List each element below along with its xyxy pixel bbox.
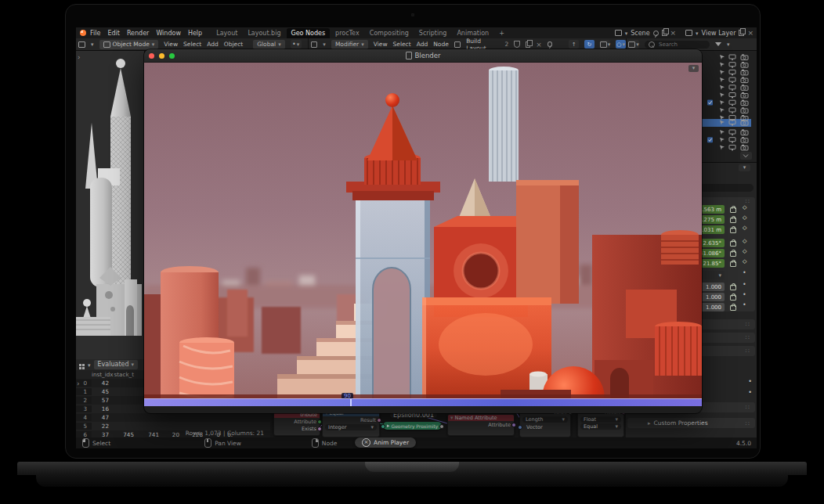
keyframe-icon[interactable] [743, 258, 746, 265]
column-stack-t[interactable]: stack_t [114, 371, 139, 378]
keyframe-icon[interactable] [743, 248, 746, 254]
keyframe-icon[interactable] [743, 204, 746, 211]
filter-funnel-icon[interactable] [715, 42, 721, 46]
auto-offset-button[interactable]: ↻ [584, 40, 595, 49]
animate-dot-icon[interactable] [743, 301, 746, 308]
socket-geometry[interactable] [381, 424, 385, 429]
pin-icon[interactable] [653, 31, 659, 36]
blender-logo-icon[interactable] [80, 30, 86, 36]
snap-target-button[interactable] [291, 40, 302, 49]
chevron-down-icon[interactable] [450, 415, 454, 421]
tab-scripting[interactable]: Scripting [414, 28, 452, 38]
dataset-icon[interactable] [79, 364, 81, 366]
copy-icon[interactable] [526, 41, 531, 48]
panel-drag-handle[interactable] [745, 419, 750, 427]
fake-user-icon[interactable] [514, 41, 519, 48]
attribute-node[interactable]: tribute Attribute Exists [273, 411, 320, 436]
column-inst-idx[interactable]: inst_idx [92, 371, 114, 378]
tab-geo-nodes[interactable]: Geo Nodes [287, 28, 331, 38]
orientation-dropdown[interactable]: Global [253, 40, 284, 49]
editor-type-icon[interactable] [311, 41, 317, 48]
table-row[interactable]: 447 [76, 413, 270, 422]
close-icon[interactable] [670, 29, 677, 37]
panel-drag-handle[interactable] [745, 198, 750, 204]
panel-drag-handle[interactable] [745, 404, 750, 410]
mode-dropdown[interactable]: Object Mode [99, 40, 159, 49]
viewport-menu-view[interactable]: View [164, 41, 178, 48]
snap-grid-button[interactable] [600, 40, 611, 49]
socket-vector[interactable] [518, 425, 522, 430]
view-options-button[interactable] [688, 65, 699, 72]
outliner-search[interactable] [645, 41, 710, 49]
pin-icon[interactable] [548, 41, 553, 47]
tab-layout-big[interactable]: Layout.big [243, 28, 285, 38]
tab-proctex[interactable]: procTex [331, 28, 364, 38]
display-mode-button[interactable] [628, 40, 639, 49]
collapse-button[interactable] [739, 164, 750, 171]
chevron-down-icon[interactable] [323, 41, 326, 48]
lock-icon[interactable] [730, 251, 736, 257]
viewport-menu-select[interactable]: Select [183, 41, 201, 48]
lock-icon[interactable] [730, 285, 736, 290]
toolbar-expand-icon[interactable] [78, 53, 81, 61]
animate-dot-icon[interactable] [743, 269, 746, 276]
vector-math-dropdown[interactable]: Length [522, 416, 568, 423]
viewport-3d[interactable] [76, 51, 144, 359]
compare-op-dropdown[interactable]: Equal [580, 423, 621, 430]
render-window[interactable]: Blender [144, 49, 702, 413]
animate-dot-icon[interactable] [748, 389, 752, 396]
copy-icon[interactable] [739, 30, 744, 36]
viewport-menu-object[interactable]: Object [224, 41, 243, 48]
socket-attribute[interactable] [511, 423, 516, 427]
node-menu-add[interactable]: Add [417, 41, 428, 48]
window-titlebar[interactable]: Blender [144, 49, 702, 63]
menu-file[interactable]: File [90, 30, 100, 37]
close-icon[interactable] [536, 41, 542, 49]
equal-type-dropdown[interactable]: Integer [325, 424, 377, 430]
lock-icon[interactable] [730, 207, 736, 213]
animate-dot-icon[interactable] [743, 281, 746, 288]
parent-snap-button[interactable]: ↑ [569, 40, 579, 49]
geometry-proximity-node[interactable]: Geometry Proximity [383, 422, 442, 430]
node-menu-select[interactable]: Select [393, 41, 411, 48]
panel-drag-handle[interactable] [745, 321, 750, 327]
playhead[interactable] [350, 399, 352, 406]
panel-drag-handle[interactable] [745, 347, 750, 354]
tab-layout[interactable]: Layout [211, 28, 242, 38]
tab-compositing[interactable]: Compositing [365, 28, 414, 38]
close-icon[interactable] [747, 29, 754, 37]
node-context-dropdown[interactable]: Modifier [331, 40, 368, 49]
socket-result[interactable] [377, 418, 381, 423]
search-input[interactable] [657, 41, 706, 49]
lock-icon[interactable] [730, 295, 736, 301]
keyframe-icon[interactable] [743, 238, 746, 244]
sidebar-expand-icon[interactable] [77, 380, 80, 387]
equal-node[interactable]: Equal Result Integer [322, 409, 380, 437]
keyframe-icon[interactable] [743, 225, 746, 231]
menu-help[interactable]: Help [188, 30, 202, 37]
keyframe-icon[interactable] [743, 214, 746, 221]
viewport-menu-add[interactable]: Add [207, 41, 219, 48]
lock-icon[interactable] [730, 261, 736, 267]
chevron-down-icon[interactable] [625, 30, 628, 37]
dataset-dropdown[interactable]: Evaluated [94, 360, 139, 369]
playback-timeline[interactable] [144, 398, 702, 406]
overlays-button[interactable]: ○ [616, 40, 626, 49]
custom-properties-panel[interactable]: Custom Properties [627, 418, 755, 428]
animate-dot-icon[interactable] [743, 291, 746, 298]
chevron-down-icon[interactable] [727, 41, 730, 48]
view-layer-name[interactable]: View Layer [702, 30, 736, 37]
node-group-users[interactable]: 2 [505, 41, 509, 48]
scene-icon[interactable] [615, 30, 622, 36]
chevron-right-icon[interactable] [387, 423, 390, 429]
editor-type-icon[interactable] [78, 41, 85, 48]
chevron-down-icon[interactable] [91, 41, 94, 48]
chevron-down-icon[interactable] [88, 362, 91, 369]
anim-player-button[interactable]: Anim Player [355, 437, 416, 448]
compare-type-dropdown[interactable]: Float [580, 416, 621, 423]
menu-edit[interactable]: Edit [107, 30, 120, 37]
chevron-down-icon[interactable] [696, 30, 699, 37]
node-menu-view[interactable]: View [374, 41, 388, 48]
node-menu-node[interactable]: Node [433, 41, 449, 48]
scene-name[interactable]: Scene [631, 30, 649, 37]
